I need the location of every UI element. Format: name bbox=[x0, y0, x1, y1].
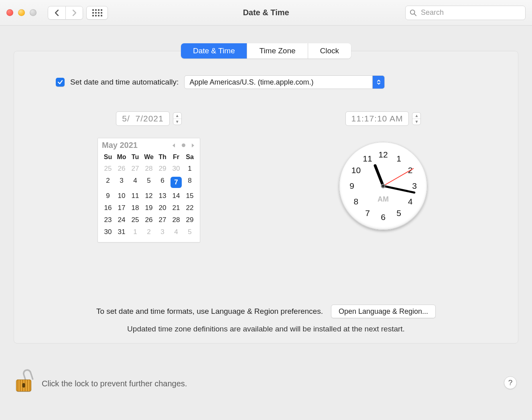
time-server-value: Apple Americas/U.S. (time.apple.com.) bbox=[189, 78, 313, 87]
calendar-day[interactable]: 13 bbox=[156, 190, 169, 202]
calendar-day[interactable]: 18 bbox=[128, 202, 142, 214]
calendar-day[interactable]: 1 bbox=[183, 163, 197, 175]
calendar-day[interactable]: 9 bbox=[101, 190, 115, 202]
tab-time-zone[interactable]: Time Zone bbox=[247, 43, 308, 59]
calendar-day[interactable]: 21 bbox=[169, 202, 183, 214]
help-button[interactable]: ? bbox=[504, 376, 517, 389]
set-automatically-checkbox[interactable] bbox=[56, 78, 65, 87]
open-language-region-button[interactable]: Open Language & Region... bbox=[331, 305, 436, 318]
calendar-day[interactable]: 8 bbox=[183, 175, 197, 190]
clock-number: 7 bbox=[362, 208, 373, 218]
calendar-day[interactable]: 3 bbox=[156, 226, 169, 238]
window-controls bbox=[6, 9, 37, 16]
calendar-day[interactable]: 11 bbox=[128, 190, 142, 202]
minimize-window-button[interactable] bbox=[18, 9, 25, 16]
calendar-day[interactable]: 25 bbox=[101, 163, 115, 175]
calendar-dow: Sa bbox=[183, 151, 197, 163]
calendar-day[interactable]: 27 bbox=[128, 163, 142, 175]
date-field[interactable]: 5/ 7/2021 bbox=[116, 111, 169, 126]
time-stepper[interactable]: ▲ ▼ bbox=[412, 112, 421, 125]
forward-button[interactable] bbox=[65, 6, 83, 20]
stepper-down-icon: ▼ bbox=[412, 119, 420, 125]
calendar-day[interactable]: 31 bbox=[115, 226, 128, 238]
clock-number: 4 bbox=[405, 197, 416, 206]
calendar-day[interactable]: 1 bbox=[128, 226, 142, 238]
calendar-day[interactable]: 14 bbox=[169, 190, 183, 202]
chevron-left-icon bbox=[172, 143, 176, 148]
calendar-day[interactable]: 29 bbox=[156, 163, 169, 175]
calendar-day[interactable]: 26 bbox=[142, 214, 156, 226]
calendar-day[interactable]: 25 bbox=[128, 214, 142, 226]
calendar-day[interactable]: 16 bbox=[101, 202, 115, 214]
calendar-day[interactable]: 30 bbox=[101, 226, 115, 238]
calendar-day[interactable]: 26 bbox=[115, 163, 128, 175]
back-button[interactable] bbox=[48, 6, 65, 20]
calendar-day[interactable]: 22 bbox=[183, 202, 197, 214]
lock-hint-label: Click the lock to prevent further change… bbox=[42, 379, 187, 388]
calendar-day[interactable]: 10 bbox=[115, 190, 128, 202]
calendar-day[interactable]: 3 bbox=[115, 175, 128, 190]
toolbar bbox=[48, 6, 108, 20]
up-down-chevrons-icon bbox=[376, 79, 381, 85]
set-automatically-label: Set date and time automatically: bbox=[70, 78, 179, 87]
calendar-day[interactable]: 19 bbox=[142, 202, 156, 214]
chevron-right-icon bbox=[72, 9, 77, 16]
calendar-day[interactable]: 17 bbox=[115, 202, 128, 214]
window-title: Date & Time bbox=[243, 8, 289, 17]
search-icon bbox=[410, 9, 417, 16]
calendar-day[interactable]: 27 bbox=[156, 214, 169, 226]
date-stepper[interactable]: ▲ ▼ bbox=[173, 112, 182, 125]
calendar-day[interactable]: 24 bbox=[115, 214, 128, 226]
calendar-prev-button[interactable] bbox=[171, 143, 177, 148]
stepper-down-icon: ▼ bbox=[173, 119, 181, 125]
calendar-day[interactable]: 6 bbox=[156, 175, 169, 190]
calendar-day[interactable]: 15 bbox=[183, 190, 197, 202]
calendar-day[interactable]: 2 bbox=[142, 226, 156, 238]
chevron-left-icon bbox=[54, 9, 59, 16]
calendar-day[interactable]: 12 bbox=[142, 190, 156, 202]
clock-number: 6 bbox=[378, 212, 388, 222]
tab-clock[interactable]: Clock bbox=[308, 43, 351, 59]
calendar-day[interactable]: 4 bbox=[128, 175, 142, 190]
calendar-dow: Tu bbox=[128, 151, 142, 163]
calendar-day[interactable]: 5 bbox=[183, 226, 197, 238]
calendar-day[interactable]: 4 bbox=[169, 226, 183, 238]
calendar-day[interactable]: 7 bbox=[169, 175, 183, 190]
clock-number: 12 bbox=[378, 150, 388, 160]
clock-number: 5 bbox=[394, 208, 404, 218]
lock-button[interactable] bbox=[15, 370, 32, 392]
clock-number: 11 bbox=[362, 154, 373, 164]
time-server-combobox[interactable]: Apple Americas/U.S. (time.apple.com.) bbox=[184, 75, 385, 89]
clock-number: 1 bbox=[394, 154, 404, 164]
zoom-window-button[interactable] bbox=[30, 9, 37, 16]
calendar-day[interactable]: 2 bbox=[101, 175, 115, 190]
calendar-day[interactable]: 29 bbox=[183, 214, 197, 226]
calendar-day[interactable]: 28 bbox=[142, 163, 156, 175]
clock-ampm-label: AM bbox=[378, 195, 389, 204]
search-field[interactable] bbox=[405, 6, 526, 20]
calendar-today-button[interactable] bbox=[181, 143, 186, 148]
format-hint-label: To set date and time formats, use Langua… bbox=[96, 307, 323, 316]
calendar-day[interactable]: 5 bbox=[142, 175, 156, 190]
calendar-dow: Su bbox=[101, 151, 115, 163]
calendar-day[interactable]: 20 bbox=[156, 202, 169, 214]
calendar[interactable]: May 2021 SuMoTuWeThFrSa25262728293012345… bbox=[97, 138, 200, 242]
clock-number: 8 bbox=[351, 197, 361, 206]
time-field[interactable]: 11:17:10 AM bbox=[345, 111, 409, 126]
check-icon bbox=[57, 79, 63, 85]
svg-point-0 bbox=[410, 10, 415, 14]
show-all-button[interactable] bbox=[86, 6, 108, 20]
tab-date-time[interactable]: Date & Time bbox=[181, 43, 248, 59]
calendar-day[interactable]: 28 bbox=[169, 214, 183, 226]
calendar-dow: Fr bbox=[169, 151, 183, 163]
time-server-dropdown-button[interactable] bbox=[372, 76, 384, 89]
calendar-day[interactable]: 23 bbox=[101, 214, 115, 226]
close-window-button[interactable] bbox=[6, 9, 13, 16]
calendar-day[interactable]: 30 bbox=[169, 163, 183, 175]
calendar-month-label: May 2021 bbox=[102, 141, 138, 150]
chevron-right-icon bbox=[191, 143, 195, 148]
svg-line-1 bbox=[414, 14, 416, 16]
calendar-nav bbox=[171, 143, 196, 148]
calendar-next-button[interactable] bbox=[190, 143, 196, 148]
search-input[interactable] bbox=[420, 8, 521, 17]
